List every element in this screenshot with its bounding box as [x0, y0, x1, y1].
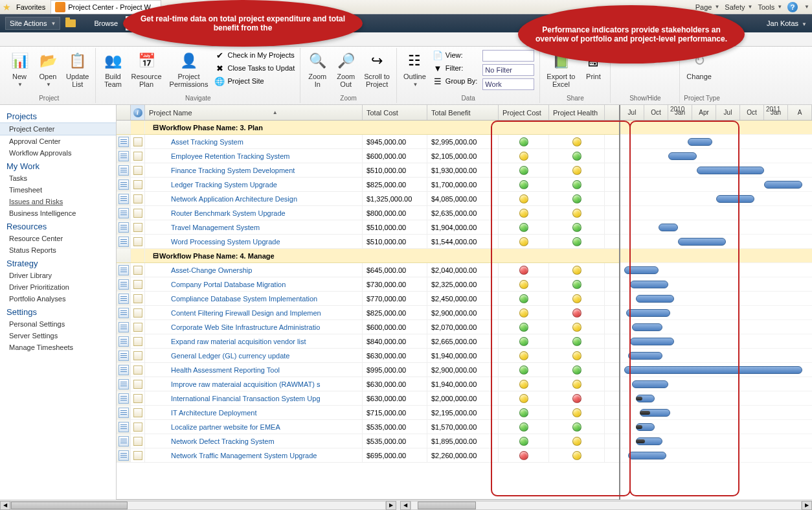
- check-in-button[interactable]: ✔Check in My Projects: [213, 49, 296, 61]
- gantt-bar[interactable]: [764, 181, 802, 189]
- project-name-cell[interactable]: Asset-Change Ownership: [145, 263, 363, 277]
- table-row[interactable]: Content Filtering Firewall Design and Im…: [117, 306, 619, 320]
- gantt-bar[interactable]: [632, 323, 662, 331]
- page-menu[interactable]: Page▼: [695, 3, 720, 11]
- filter-input[interactable]: [482, 64, 534, 76]
- safety-menu[interactable]: Safety▼: [725, 3, 752, 11]
- project-name-cell[interactable]: Expand raw material acquisition vendor l…: [145, 334, 363, 348]
- row-info-icon[interactable]: [131, 334, 145, 348]
- row-info-icon[interactable]: [131, 306, 145, 319]
- open-button[interactable]: 📂Open▼: [35, 49, 61, 89]
- favorites-label[interactable]: Favorites: [16, 3, 45, 11]
- project-name-cell[interactable]: Network Traffic Management System Upgrad…: [145, 448, 363, 462]
- row-selector[interactable]: [117, 277, 131, 291]
- group-row[interactable]: ⊟ Workflow Phase Name: 3. Plan: [117, 121, 619, 135]
- scroll-right-arrow-2[interactable]: ▶: [802, 501, 812, 510]
- row-info-icon[interactable]: [131, 135, 145, 148]
- nav-strategy-heading[interactable]: Strategy: [0, 256, 116, 270]
- row-info-icon[interactable]: [131, 178, 145, 191]
- outline-button[interactable]: ☷Outline▼: [401, 49, 429, 89]
- row-selector[interactable]: [117, 320, 131, 334]
- row-info-icon[interactable]: [131, 206, 145, 220]
- col-total-benefit[interactable]: Total Benefit: [427, 105, 499, 120]
- project-name-cell[interactable]: Localize partner website for EMEA: [145, 420, 363, 434]
- table-row[interactable]: Company Portal Database Migration$730,00…: [117, 277, 619, 292]
- gantt-bar[interactable]: [624, 366, 802, 374]
- row-selector[interactable]: [117, 163, 131, 177]
- table-row[interactable]: Word Processing System Upgrade$510,000.0…: [117, 235, 619, 249]
- close-tasks-button[interactable]: ✖Close Tasks to Updat: [213, 62, 296, 74]
- row-info-icon[interactable]: [131, 235, 145, 248]
- nav-driver-prioritization[interactable]: Driver Prioritization: [0, 281, 116, 293]
- row-info-icon[interactable]: [131, 434, 145, 448]
- project-name-cell[interactable]: International Financial Transaction Syst…: [145, 391, 363, 405]
- table-row[interactable]: Network Defect Tracking System$535,000.0…: [117, 434, 619, 448]
- table-row[interactable]: Ledger Tracking System Upgrade$825,000.0…: [117, 178, 619, 192]
- row-selector[interactable]: [117, 334, 131, 348]
- gantt-bar[interactable]: [716, 195, 754, 203]
- nav-resource-center[interactable]: Resource Center: [0, 233, 116, 244]
- row-selector[interactable]: [117, 263, 131, 277]
- project-name-cell[interactable]: Content Filtering Firewall Design and Im…: [145, 306, 363, 319]
- site-actions-menu[interactable]: Site Actions▼: [5, 17, 60, 30]
- group-collapse-icon[interactable]: ⊟: [152, 123, 159, 132]
- view-input[interactable]: [482, 50, 534, 62]
- col-rowselect[interactable]: [117, 105, 131, 120]
- gantt-area[interactable]: [619, 121, 812, 500]
- gantt-bar[interactable]: [624, 266, 659, 274]
- build-team-button[interactable]: 👥Build Team: [100, 49, 126, 89]
- col-project-cost[interactable]: Project Cost: [499, 105, 549, 120]
- row-selector[interactable]: [117, 135, 131, 148]
- nav-approval-center[interactable]: Approval Center: [0, 135, 116, 147]
- table-row[interactable]: IT Architecture Deployment$715,000.00$2,…: [117, 406, 619, 420]
- nav-workflow-approvals[interactable]: Workflow Approvals: [0, 147, 116, 159]
- folder-icon[interactable]: [65, 19, 76, 27]
- col-info[interactable]: i: [131, 105, 145, 120]
- table-row[interactable]: General Ledger (GL) currency update$630,…: [117, 349, 619, 363]
- table-row[interactable]: Asset-Change Ownership$645,000.00$2,040,…: [117, 263, 619, 277]
- gantt-bar[interactable]: [632, 380, 668, 388]
- project-name-cell[interactable]: Asset Tracking System: [145, 135, 363, 148]
- gantt-bar[interactable]: [626, 309, 670, 317]
- table-row[interactable]: Expand raw material acquisition vendor l…: [117, 334, 619, 349]
- gantt-bar[interactable]: [628, 352, 662, 360]
- row-selector[interactable]: [117, 363, 131, 377]
- row-info-icon[interactable]: [131, 363, 145, 377]
- nav-personal-settings[interactable]: Personal Settings: [0, 318, 116, 330]
- row-selector[interactable]: [117, 434, 131, 448]
- nav-timesheet[interactable]: Timesheet: [0, 184, 116, 196]
- zoom-in-button[interactable]: 🔍Zoom In: [304, 49, 330, 89]
- gantt-bar[interactable]: [678, 238, 726, 246]
- nav-manage-timesheets[interactable]: Manage Timesheets: [0, 342, 116, 353]
- row-info-icon[interactable]: [131, 420, 145, 434]
- table-row[interactable]: Travel Management System$510,000.00$1,90…: [117, 220, 619, 235]
- table-row[interactable]: Employee Retention Tracking System$600,0…: [117, 149, 619, 163]
- gantt-bar[interactable]: [630, 281, 668, 288]
- row-selector[interactable]: [117, 206, 131, 220]
- row-selector[interactable]: [117, 349, 131, 362]
- project-name-cell[interactable]: Compliance Database System Implementatio…: [145, 292, 363, 305]
- row-info-icon[interactable]: [131, 391, 145, 405]
- project-permissions-button[interactable]: 👤Project Permissions: [167, 49, 211, 89]
- gantt-bar[interactable]: [697, 167, 764, 174]
- nav-server-settings[interactable]: Server Settings: [0, 330, 116, 342]
- table-row[interactable]: Health Assessment Reporting Tool$995,000…: [117, 363, 619, 377]
- row-selector[interactable]: [117, 192, 131, 205]
- col-project-name[interactable]: Project Name▲: [145, 105, 363, 120]
- row-info-icon[interactable]: [131, 349, 145, 362]
- nav-portfolio-analyses[interactable]: Portfolio Analyses: [0, 293, 116, 305]
- row-selector[interactable]: [117, 377, 131, 391]
- nav-settings-heading[interactable]: Settings: [0, 305, 116, 318]
- scroll-thumb-left[interactable]: [11, 502, 128, 509]
- resource-plan-button[interactable]: 📅Resource Plan: [128, 49, 164, 89]
- project-name-cell[interactable]: Network Application Architecture Design: [145, 192, 363, 205]
- nav-project-center[interactable]: Project Center: [0, 122, 116, 135]
- project-name-cell[interactable]: Ledger Tracking System Upgrade: [145, 178, 363, 191]
- scroll-right-arrow[interactable]: ▶: [386, 501, 396, 510]
- group-row[interactable]: ⊟ Workflow Phase Name: 4. Manage: [117, 249, 619, 263]
- nav-resources-heading[interactable]: Resources: [0, 219, 116, 233]
- row-selector[interactable]: [117, 178, 131, 191]
- project-name-cell[interactable]: Network Defect Tracking System: [145, 434, 363, 448]
- tools-menu[interactable]: Tools▼: [758, 3, 782, 11]
- table-row[interactable]: Corporate Web Site Infrastructure Admini…: [117, 320, 619, 334]
